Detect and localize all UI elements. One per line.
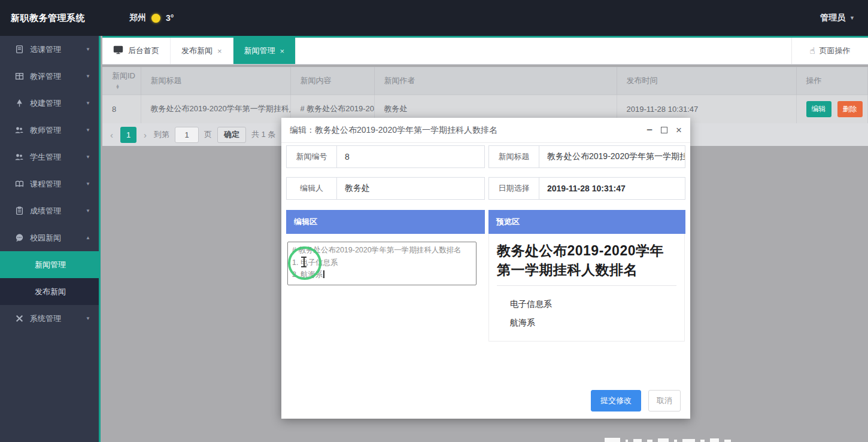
dialog-header[interactable]: 编辑：教务处公布2019-2020学年第一学期挂科人数排名 − × [281,118,690,143]
editor-name-field: 编辑人 教务处 [286,177,485,200]
sidebar-item-label: 校建管理 [30,98,86,109]
chevron-down-icon: ▼ [849,15,855,21]
markdown-line: 2. 航海系 [292,269,472,281]
goto-page-suffix: 页 [204,129,212,140]
watermark-fragment [700,440,705,442]
sidebar-item-teaching-evaluation[interactable]: 教评管理 ▼ [0,63,99,90]
watermark-fragment [674,440,677,442]
editor-name-label: 编辑人 [287,178,337,199]
minimize-icon[interactable]: − [647,127,652,133]
sidebar-item-system-management[interactable]: 系统管理 ▼ [0,305,99,332]
sidebar-item-course-management[interactable]: 课程管理 ▼ [0,170,99,197]
total-count-label: 共 1 条 [251,129,275,140]
editor-panel-header: 编辑区 [286,210,485,234]
tab-label: 新闻管理 [244,45,275,56]
top-bar: 新职教务管理系统 郑州 3° 管理员 ▼ [0,0,868,36]
chevron-down-icon: ▼ [86,208,90,214]
close-icon[interactable]: × [217,47,222,56]
sidebar-item-label: 学生管理 [30,152,86,163]
user-menu-label: 管理员 [820,13,845,23]
edit-button[interactable]: 编辑 [806,101,831,117]
goto-page-input[interactable] [175,127,199,143]
editor-name-value[interactable]: 教务处 [337,178,484,199]
chevron-down-icon: ▼ [86,181,90,187]
sidebar-item-campus-construction[interactable]: 校建管理 ▼ [0,90,99,117]
date-picker-value[interactable]: 2019-11-28 10:31:47 [539,178,685,199]
delete-button[interactable]: 删除 [837,101,863,117]
chevron-down-icon: ▼ [86,100,90,106]
sidebar-item-label: 成绩管理 [30,206,86,217]
sidebar-item-grade-management[interactable]: 成绩管理 ▼ [0,197,99,224]
cell-news-id: 8 [102,95,141,123]
watermark-fragment [605,438,620,442]
users-icon [14,126,24,135]
sidebar-item-student-management[interactable]: 学生管理 ▼ [0,144,99,170]
preview-panel-header: 预览区 [488,210,685,234]
close-icon[interactable]: × [280,47,285,56]
watermark-fragment [626,440,628,442]
watermark-fragment [658,438,669,442]
sidebar-item-campus-news[interactable]: 校园新闻 ▲ [0,224,99,251]
sidebar-subitem-label: 新闻管理 [35,260,66,270]
next-page-button[interactable]: › [142,130,148,140]
sidebar-item-course-selection[interactable]: 选课管理 ▼ [0,36,99,63]
markdown-line: # 教务处公布2019-2020学年第一学期挂科人数排名 [292,244,472,257]
confirm-page-button[interactable]: 确定 [217,127,246,143]
tree-icon [14,99,24,108]
page-actions-label: 页面操作 [820,45,851,56]
users-icon [14,153,24,162]
tab-label: 发布新闻 [181,45,213,56]
dialog-footer: 提交修改 取消 [591,390,681,411]
chevron-down-icon: ▼ [86,154,90,160]
sidebar-subitem-label: 发布新闻 [35,286,66,297]
close-icon[interactable]: × [676,124,682,136]
hand-pointer-icon: ☝ [809,45,815,56]
weather-temperature: 3° [166,13,174,23]
news-id-label: 新闻编号 [287,146,337,167]
news-id-value[interactable]: 8 [337,146,484,167]
column-header-title: 新闻标题 [141,67,290,95]
text-caret [323,270,324,278]
column-header-id[interactable]: 新闻ID▲▼ [102,67,141,95]
chevron-down-icon: ▼ [86,74,90,79]
tab-publish-news[interactable]: 发布新闻 × [171,38,233,64]
watermark-fragment [724,440,731,442]
page-actions-button[interactable]: ☝ 页面操作 [791,38,868,64]
watermark-fragment [710,438,719,442]
cell-news-title: 教务处公布2019-2020学年第一学期挂科人数... [141,95,290,123]
clipboard-icon [14,206,24,216]
chevron-up-icon: ▲ [86,235,90,240]
sun-icon [151,14,160,23]
tab-news-management[interactable]: 新闻管理 × [233,38,296,64]
page-number-button[interactable]: 1 [120,127,136,143]
column-header-actions: 操作 [796,67,868,95]
edit-news-dialog: 编辑：教务处公布2019-2020学年第一学期挂科人数排名 − × 新闻编号 8… [281,118,690,419]
cancel-button[interactable]: 取消 [648,390,681,411]
tab-strip: 后台首页 发布新闻 × 新闻管理 × ☝ 页面操作 [102,36,868,65]
sidebar-subitem-news-management[interactable]: 新闻管理 [0,251,99,278]
news-title-label: 新闻标题 [489,146,539,167]
watermark-fragment [633,439,642,442]
news-title-value[interactable]: 教务处公布2019-2020学年第一学期挂科人 [539,146,685,167]
preview-list-item: 电子信息系 [510,295,684,313]
column-header-author: 新闻作者 [374,67,617,95]
markdown-preview: 教务处公布2019-2020学年第一学期挂科人数排名 电子信息系 航海系 [488,234,685,342]
user-menu[interactable]: 管理员 ▼ [820,13,855,23]
markdown-editor-textarea[interactable]: # 教务处公布2019-2020学年第一学期挂科人数排名 1. 电子信息系 2.… [287,242,477,285]
sidebar-item-teacher-management[interactable]: 教师管理 ▼ [0,117,99,144]
sidebar-subitem-publish-news[interactable]: 发布新闻 [0,278,99,305]
watermark-fragment [647,440,652,442]
sidebar-item-label: 选课管理 [30,44,86,55]
tab-label: 后台首页 [128,45,159,56]
chevron-down-icon: ▼ [86,47,90,52]
sort-icon[interactable]: ▲▼ [116,84,120,89]
prev-page-button[interactable]: ‹ [108,130,115,140]
sidebar-item-label: 系统管理 [30,313,86,324]
submit-changes-button[interactable]: 提交修改 [591,390,641,411]
preview-heading: 教务处公布2019-2020学年第一学期挂科人数排名 [497,242,676,279]
tab-home[interactable]: 后台首页 [102,38,171,64]
sidebar-item-label: 教评管理 [30,71,86,82]
maximize-icon[interactable] [661,127,667,133]
watermark-fragment [682,439,695,442]
sidebar-item-label: 课程管理 [30,179,86,190]
